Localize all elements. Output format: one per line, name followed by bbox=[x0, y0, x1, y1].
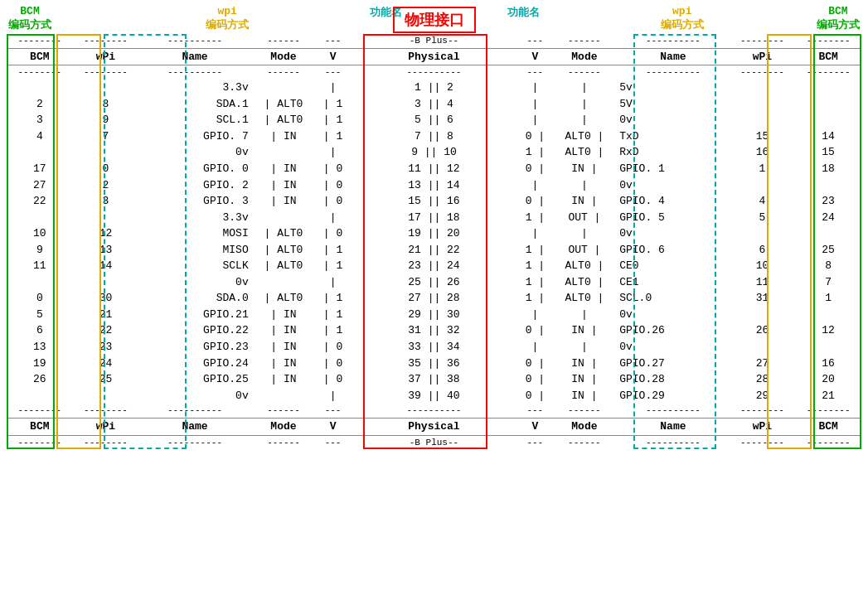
cell: | ALT0 bbox=[251, 258, 317, 274]
header-wpi-right: wpi 编码方式 bbox=[661, 5, 704, 32]
cell: 13 || 14 bbox=[350, 177, 518, 194]
cell: 0 | bbox=[518, 128, 552, 145]
cell: 19 || 20 bbox=[350, 225, 518, 242]
cell: 20 bbox=[795, 371, 861, 388]
cell: ALT0 | bbox=[552, 144, 618, 161]
cell: GPIO. 1 bbox=[617, 161, 729, 177]
cell: 27 || 28 bbox=[350, 290, 518, 307]
cell: 2 bbox=[7, 96, 73, 113]
cell bbox=[7, 274, 73, 291]
cell: 8 bbox=[73, 96, 139, 113]
cell bbox=[251, 80, 317, 96]
cell bbox=[7, 144, 73, 161]
cell: 1 | bbox=[518, 242, 552, 259]
cell: | 1 bbox=[316, 322, 350, 339]
cell: 29 || 30 bbox=[350, 307, 518, 323]
cell bbox=[795, 112, 861, 128]
cell: GPIO.25 bbox=[138, 371, 250, 388]
cell: | 0 bbox=[316, 371, 350, 388]
cell: | ALT0 bbox=[251, 96, 317, 113]
cell: 27 bbox=[730, 356, 796, 372]
cell: GPIO. 4 bbox=[617, 193, 729, 210]
cell: 6 bbox=[7, 322, 73, 339]
physical-title: 物理接口 bbox=[393, 7, 476, 33]
cell: 13 bbox=[7, 339, 73, 356]
cell: 7 bbox=[795, 274, 861, 291]
cell: | bbox=[552, 339, 618, 356]
cell: 7 bbox=[73, 128, 139, 145]
cell: GPIO.27 bbox=[617, 356, 729, 372]
cell: GPIO. 2 bbox=[138, 177, 250, 194]
cell: MOSI bbox=[138, 225, 250, 242]
cell: 15 bbox=[795, 144, 861, 161]
cell: GPIO. 0 bbox=[138, 161, 250, 177]
cell: 30 bbox=[73, 290, 139, 307]
cell: 31 || 32 bbox=[350, 322, 518, 339]
header-bcm-left: BCM 编码方式 bbox=[8, 5, 51, 32]
cell: 0 | bbox=[518, 356, 552, 372]
cell: | bbox=[518, 339, 552, 356]
col-header-name2: Name bbox=[617, 48, 729, 65]
cell: GPIO. 6 bbox=[617, 242, 729, 259]
col-header-physical: Physical bbox=[350, 48, 518, 65]
cell bbox=[730, 339, 796, 356]
cell: | bbox=[518, 307, 552, 323]
cell: 1 | bbox=[518, 144, 552, 161]
cell: TxD bbox=[617, 128, 729, 145]
cell bbox=[795, 339, 861, 356]
cell: RxD bbox=[617, 144, 729, 161]
cell: OUT | bbox=[552, 242, 618, 259]
col-header-v2: V bbox=[518, 48, 552, 65]
cell: 39 || 40 bbox=[350, 388, 518, 404]
cell bbox=[73, 144, 139, 161]
cell bbox=[730, 96, 796, 113]
table-row: 1114SCLK| ALT0| 123 || 241 |ALT0 |CE0108 bbox=[7, 258, 861, 274]
cell: 0 | bbox=[518, 388, 552, 404]
cell: 0v bbox=[617, 307, 729, 323]
cell: ALT0 | bbox=[552, 274, 618, 291]
cell bbox=[795, 307, 861, 323]
bcm-right-label: BCM bbox=[828, 5, 847, 17]
cell: 5 bbox=[730, 210, 796, 226]
cell: 0v bbox=[617, 225, 729, 242]
cell bbox=[730, 225, 796, 242]
cell: | ALT0 bbox=[251, 112, 317, 128]
cell: IN | bbox=[552, 161, 618, 177]
cell: 3.3v bbox=[138, 210, 250, 226]
table-row: 272GPIO. 2| IN| 013 || 14||0v bbox=[7, 177, 861, 194]
cell: | bbox=[552, 225, 618, 242]
cell: | IN bbox=[251, 307, 317, 323]
table-row: 2625GPIO.25| IN| 037 || 380 |IN |GPIO.28… bbox=[7, 371, 861, 388]
table-row: 3.3v|17 || 181 |OUT |GPIO. 5524 bbox=[7, 210, 861, 226]
cell: 0v bbox=[138, 274, 250, 291]
cell: 3 bbox=[7, 112, 73, 128]
cell: | bbox=[518, 177, 552, 194]
table-row: 521GPIO.21| IN| 129 || 30||0v bbox=[7, 307, 861, 323]
cell: 23 || 24 bbox=[350, 258, 518, 274]
cell: | bbox=[518, 225, 552, 242]
cell: GPIO.21 bbox=[138, 307, 250, 323]
cell: 21 bbox=[73, 307, 139, 323]
cell: | bbox=[316, 210, 350, 226]
cell: | 0 bbox=[316, 177, 350, 194]
cell: 23 bbox=[73, 339, 139, 356]
cell bbox=[7, 210, 73, 226]
table-row: 030SDA.0| ALT0| 127 || 281 |ALT0 |SCL.03… bbox=[7, 290, 861, 307]
table-row: 0v|9 || 101 |ALT0 |RxD1615 bbox=[7, 144, 861, 161]
col-header-bcm: BCM bbox=[7, 48, 73, 65]
cell: SCL.1 bbox=[138, 112, 250, 128]
cell bbox=[251, 388, 317, 404]
wpi-right-sublabel: 编码方式 bbox=[661, 17, 704, 32]
cell: 15 bbox=[730, 128, 796, 145]
cell: | 1 bbox=[316, 242, 350, 259]
table-row: 1323GPIO.23| IN| 033 || 34||0v bbox=[7, 339, 861, 356]
cell bbox=[73, 80, 139, 96]
table-row: 223GPIO. 3| IN| 015 || 160 |IN |GPIO. 44… bbox=[7, 193, 861, 210]
cell: | 0 bbox=[316, 356, 350, 372]
cell: 12 bbox=[795, 322, 861, 339]
cell: 9 || 10 bbox=[350, 144, 518, 161]
cell bbox=[795, 80, 861, 96]
cell: | bbox=[518, 80, 552, 96]
cell bbox=[795, 225, 861, 242]
cell: | bbox=[552, 177, 618, 194]
